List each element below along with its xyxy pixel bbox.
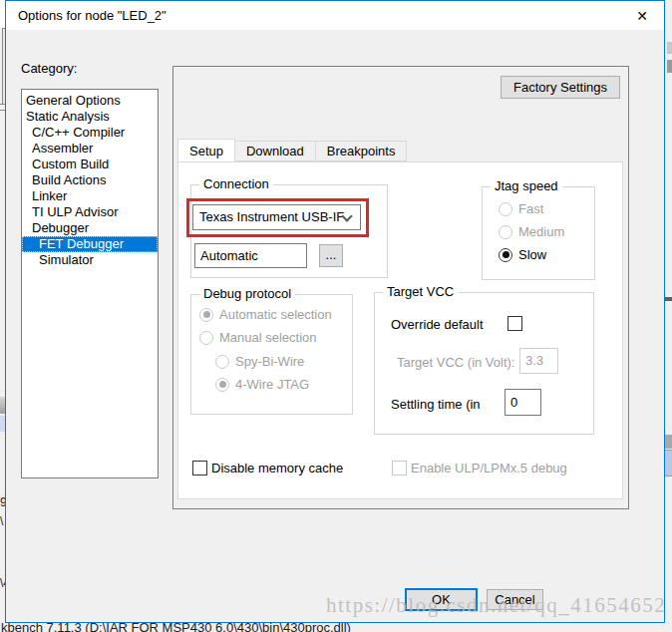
radio-option[interactable]: Medium <box>499 224 594 239</box>
connection-port-input[interactable] <box>194 243 307 268</box>
category-item[interactable]: Debugger <box>22 220 158 236</box>
enable-ulp-debug-checkbox <box>392 461 407 475</box>
radio-icon <box>499 225 512 239</box>
radio-option[interactable]: Fast <box>499 201 594 216</box>
jtag-speed-options: Fast Medium Slow <box>483 187 594 270</box>
radio-option-label: Medium <box>518 224 564 239</box>
debug-protocol-group: Debug protocol Automatic selection Manua… <box>190 294 353 415</box>
options-dialog: Options for node "LED_2" ✕ Category: Gen… <box>5 0 665 623</box>
radio-icon <box>199 331 213 345</box>
category-item[interactable]: Assembler <box>22 141 158 157</box>
browse-button[interactable]: ... <box>319 244 343 267</box>
category-label: Category: <box>21 61 77 76</box>
category-item-label: FET Debugger <box>39 236 124 251</box>
radio-option[interactable]: Spy-Bi-Wire <box>215 354 352 369</box>
tabstrip: SetupDownloadBreakpoints <box>177 139 406 161</box>
category-item-label: Build Actions <box>32 172 106 187</box>
category-item[interactable]: TI ULP Advisor <box>22 204 158 220</box>
radio-option-label: Manual selection <box>219 330 317 345</box>
settings-panel: Factory Settings SetupDownloadBreakpoint… <box>172 66 629 509</box>
category-item-label: Custom Build <box>32 157 109 171</box>
screen: 9 \ \4 kbench 7.11.3 (D:\IAR FOR MSP430 … <box>0 0 672 632</box>
category-item-label: General Options <box>26 93 121 108</box>
background-right-sliver <box>665 0 672 632</box>
jtag-speed-group: Jtag speed Fast Medium Slow <box>482 186 595 280</box>
radio-option[interactable]: 4-Wire JTAG <box>215 377 352 392</box>
category-item[interactable]: Build Actions <box>22 172 158 188</box>
tab[interactable]: Download <box>234 141 316 161</box>
titlebar: Options for node "LED_2" ✕ <box>6 1 664 30</box>
target-vcc-group-title: Target VCC <box>383 284 458 299</box>
disable-memory-cache-checkbox[interactable] <box>192 461 207 475</box>
category-item-label: Simulator <box>39 252 94 267</box>
settling-time-label: Settling time (in <box>391 397 481 412</box>
debug-protocol-options: Automatic selection Manual selection Spy… <box>191 295 352 400</box>
enable-ulp-debug-row: Enable ULP/LPMx.5 debug <box>392 461 567 475</box>
radio-option[interactable]: Manual selection <box>199 330 352 345</box>
settling-time-field[interactable]: 0 <box>504 389 541 416</box>
radio-icon <box>499 202 512 216</box>
category-item[interactable]: General Options <box>22 93 158 109</box>
background-fragment <box>665 450 672 476</box>
radio-option-label: Automatic selection <box>219 307 332 322</box>
radio-option-label: Slow <box>518 247 546 262</box>
radio-option-label: Spy-Bi-Wire <box>235 354 304 369</box>
tab[interactable]: Setup <box>177 139 235 162</box>
background-fragment <box>667 60 672 73</box>
background-text-fragment: \ <box>0 514 3 528</box>
category-item-label: TI ULP Advisor <box>32 204 118 219</box>
enable-ulp-debug-label: Enable ULP/LPMx.5 debug <box>411 461 567 475</box>
background-fragment <box>667 42 672 54</box>
radio-option-label: 4-Wire JTAG <box>235 377 309 392</box>
radio-option[interactable]: Automatic selection <box>199 307 352 322</box>
category-item-label: Debugger <box>32 220 89 235</box>
override-default-checkbox[interactable] <box>507 316 522 331</box>
factory-settings-button[interactable]: Factory Settings <box>501 76 620 99</box>
category-item[interactable]: Static Analysis <box>22 109 158 125</box>
cancel-button[interactable]: Cancel <box>487 589 543 610</box>
background-fragment <box>665 297 672 301</box>
radio-dot-icon <box>219 381 226 388</box>
close-icon: ✕ <box>636 8 648 24</box>
category-item-label: Assembler <box>32 141 93 156</box>
tab[interactable]: Breakpoints <box>315 141 408 161</box>
category-item[interactable]: Linker <box>22 188 158 204</box>
target-vcc-volt-label: Target VCC (in Volt): <box>397 355 515 370</box>
radio-icon <box>499 248 512 262</box>
close-button[interactable]: ✕ <box>620 1 664 30</box>
radio-option[interactable]: Slow <box>499 247 594 262</box>
override-default-label: Override default <box>391 317 484 332</box>
category-listbox[interactable]: General Options Static Analysis C/C++ Co… <box>21 89 159 478</box>
category-item[interactable]: C/C++ Compiler <box>22 125 158 141</box>
radio-icon <box>199 308 213 322</box>
disable-memory-cache-label: Disable memory cache <box>211 461 343 475</box>
category-item-label: Linker <box>32 188 67 203</box>
radio-dot-icon <box>503 251 509 258</box>
category-item-label: Static Analysis <box>26 109 110 124</box>
radio-option-label: Fast <box>518 201 543 216</box>
category-item[interactable]: FET Debugger <box>22 236 158 252</box>
radio-icon <box>215 355 229 369</box>
disable-memory-cache-row[interactable]: Disable memory cache <box>192 461 343 475</box>
background-fragment <box>665 435 672 449</box>
dialog-title: Options for node "LED_2" <box>18 8 167 23</box>
ok-button[interactable]: OK <box>405 588 478 611</box>
category-item[interactable]: Custom Build <box>22 157 158 172</box>
red-annotation-box <box>186 198 369 237</box>
connection-group-title: Connection <box>199 176 273 191</box>
radio-icon <box>215 378 229 392</box>
setup-tab-page: Connection Texas Instrument USB-IF ... J… <box>177 161 623 499</box>
target-vcc-group: Target VCC Override default Target VCC (… <box>374 292 594 435</box>
target-vcc-volt-field[interactable]: 3.3 <box>519 348 558 374</box>
radio-dot-icon <box>203 311 210 318</box>
category-item[interactable]: Simulator <box>22 252 158 268</box>
category-item-label: C/C++ Compiler <box>32 125 125 140</box>
